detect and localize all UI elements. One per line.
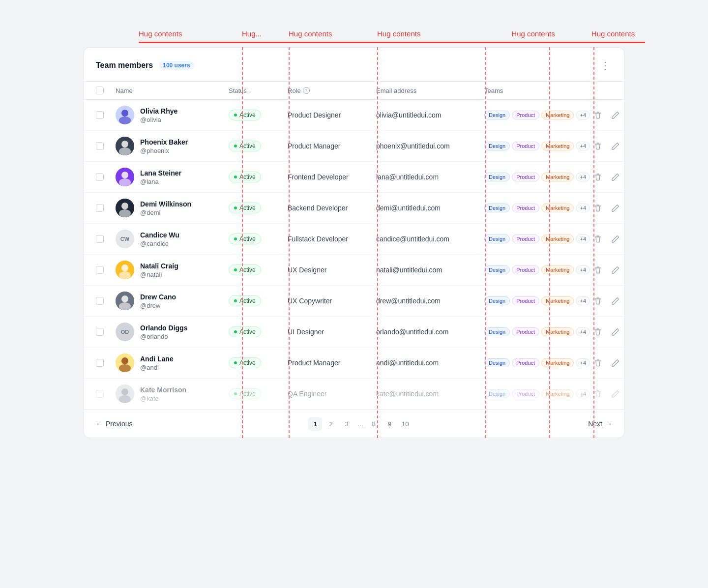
edit-button[interactable] [609, 264, 622, 276]
user-info-cell: Kate Morrison @kate [116, 384, 229, 403]
edit-button[interactable] [609, 387, 622, 400]
guide-label-1: Hug contents [139, 29, 242, 42]
user-info-cell: CW Candice Wu @candice [116, 230, 229, 248]
row-checkbox[interactable] [96, 173, 104, 181]
delete-button[interactable] [591, 233, 604, 245]
role-cell: UX Designer [288, 266, 376, 274]
svg-point-5 [119, 147, 131, 155]
user-info-cell: Lana Steiner @lana [116, 168, 229, 186]
row-checkbox[interactable] [96, 235, 104, 243]
email-cell: phoenix@untitledui.com [376, 142, 484, 150]
status-dot [234, 361, 237, 364]
user-info-cell: OD Orlando Diggs @orlando [116, 323, 229, 341]
guide-1: Hug contents [139, 29, 242, 43]
user-info-cell: Olivia Rhye @olivia [116, 106, 229, 124]
guide-4: Hug contents [377, 29, 485, 43]
status-dot [234, 176, 237, 178]
delete-button[interactable] [591, 202, 604, 214]
edit-button[interactable] [609, 171, 622, 183]
teams-cell: DesignProductMarketing +4 [484, 358, 573, 367]
delete-button[interactable] [591, 356, 604, 369]
team-tag-marketing: Marketing [541, 235, 574, 243]
col-header-name: Name [116, 87, 229, 94]
status-dot [234, 392, 237, 395]
help-icon[interactable]: ? [303, 87, 310, 94]
select-all-checkbox[interactable] [96, 87, 104, 94]
role-cell: Product Manager [288, 359, 376, 367]
prev-button[interactable]: ← Previous [96, 420, 132, 428]
edit-button[interactable] [609, 294, 622, 307]
more-options-button[interactable]: ⋮ [598, 58, 612, 73]
row-checkbox-cell [96, 328, 116, 336]
delete-button[interactable] [591, 294, 604, 307]
actions-cell [573, 264, 622, 276]
guide-2: Hug... [242, 29, 289, 43]
table-row: Phoenix Baker @phoenix Active Product Ma… [84, 131, 624, 162]
delete-button[interactable] [591, 264, 604, 276]
actions-cell [573, 387, 622, 400]
avatar [116, 137, 134, 155]
user-handle: @candice [140, 240, 179, 247]
row-checkbox[interactable] [96, 390, 104, 398]
delete-button[interactable] [591, 325, 604, 338]
page-button-8[interactable]: 8 [367, 417, 381, 431]
user-name: Drew Cano [140, 293, 176, 301]
user-name: Olivia Rhye [140, 107, 177, 116]
team-tag-design: Design [484, 111, 510, 119]
email-cell: kate@untitledui.com [376, 390, 484, 398]
user-info-cell: Andi Lane @andi [116, 353, 229, 372]
page-button-2[interactable]: 2 [324, 417, 338, 431]
guide-label-5: Hug contents [485, 29, 581, 42]
page-button-1[interactable]: 1 [308, 417, 322, 431]
svg-point-10 [121, 203, 128, 209]
status-badge: Active [229, 203, 261, 213]
col-header-teams: Teams [484, 87, 573, 94]
edit-button[interactable] [609, 140, 622, 152]
col-header-email: Email address [376, 87, 484, 94]
team-tag-product: Product [512, 389, 539, 398]
avatar: CW [116, 230, 134, 248]
row-checkbox[interactable] [96, 111, 104, 119]
svg-point-23 [119, 395, 131, 403]
row-checkbox[interactable] [96, 204, 104, 212]
delete-button[interactable] [591, 387, 604, 400]
row-checkbox-cell [96, 204, 116, 212]
row-checkbox[interactable] [96, 266, 104, 274]
user-handle: @andi [140, 364, 174, 371]
teams-cell: DesignProductMarketing +4 [484, 142, 573, 150]
row-checkbox-cell [96, 359, 116, 367]
status-badge: Active [229, 141, 261, 151]
row-checkbox[interactable] [96, 328, 104, 336]
user-handle: @natali [140, 271, 178, 278]
avatar [116, 261, 134, 279]
edit-button[interactable] [609, 356, 622, 369]
status-cell: Active [229, 388, 288, 399]
actions-cell [573, 294, 622, 307]
role-cell: UI Designer [288, 328, 376, 336]
edit-button[interactable] [609, 202, 622, 214]
next-button[interactable]: Next → [588, 420, 612, 428]
row-checkbox[interactable] [96, 142, 104, 150]
team-tag-design: Design [484, 389, 510, 398]
delete-button[interactable] [591, 109, 604, 121]
page-button-10[interactable]: 10 [398, 417, 412, 431]
teams-cell: DesignProductMarketing +4 [484, 296, 573, 305]
team-tag-product: Product [512, 142, 539, 150]
team-tag-product: Product [512, 265, 539, 274]
avatar [116, 106, 134, 124]
row-checkbox[interactable] [96, 359, 104, 367]
svg-point-2 [119, 117, 131, 124]
user-name: Andi Lane [140, 354, 174, 363]
edit-button[interactable] [609, 233, 622, 245]
row-checkbox-cell [96, 111, 116, 119]
role-cell: Product Designer [288, 111, 376, 119]
team-tag-design: Design [484, 358, 510, 367]
row-checkbox[interactable] [96, 297, 104, 305]
page-button-3[interactable]: 3 [340, 417, 354, 431]
delete-button[interactable] [591, 171, 604, 183]
edit-button[interactable] [609, 109, 622, 121]
edit-button[interactable] [609, 325, 622, 338]
status-dot [234, 330, 237, 333]
page-button-9[interactable]: 9 [383, 417, 396, 431]
delete-button[interactable] [591, 140, 604, 152]
